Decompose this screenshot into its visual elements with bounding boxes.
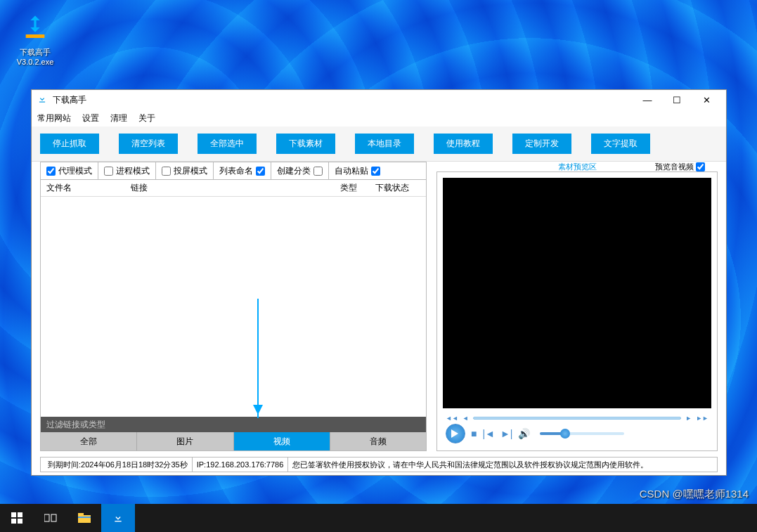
svg-rect-3: [18, 512, 22, 517]
options-row: 代理模式 进程模式 投屏模式 列表命名 创建分类 自动粘贴: [40, 162, 427, 180]
annotation-arrow: [257, 299, 259, 418]
preview-box: ◄◄ ◄ ► ►► ■ |◄ ►| 🔊: [436, 171, 718, 451]
maximize-button[interactable]: ☐: [668, 93, 685, 106]
preview-title: 素材预览区: [436, 162, 718, 172]
play-button[interactable]: [446, 424, 465, 443]
tab-video[interactable]: 视频: [234, 432, 330, 450]
listname-checkbox[interactable]: [256, 167, 265, 176]
titlebar: 下载高手 — ☐ ✕: [32, 90, 726, 110]
th-link[interactable]: 链接: [125, 182, 335, 194]
category-checkbox[interactable]: [313, 167, 323, 176]
rewind-icon[interactable]: ◄◄: [446, 415, 458, 422]
autopaste-label: 自动粘贴: [335, 165, 368, 177]
table-body[interactable]: [41, 197, 426, 417]
svg-rect-8: [78, 515, 91, 523]
stop-icon[interactable]: ■: [471, 428, 477, 439]
download-button[interactable]: 下载素材: [276, 134, 335, 154]
menu-settings[interactable]: 设置: [82, 112, 99, 124]
custom-dev-button[interactable]: 定制开发: [512, 134, 571, 154]
clear-list-button[interactable]: 清空列表: [119, 134, 178, 154]
app-icon: [37, 94, 48, 105]
svg-rect-1: [39, 102, 45, 103]
listname-label: 列表命名: [219, 165, 253, 177]
list-panel: 代理模式 进程模式 投屏模式 列表命名 创建分类 自动粘贴 文件名 链接 类型 …: [40, 162, 427, 451]
step-back-icon[interactable]: ◄: [462, 415, 469, 422]
category-label: 创建分类: [277, 165, 311, 177]
menubar: 常用网站 设置 清理 关于: [32, 110, 726, 126]
autopaste-checkbox[interactable]: [371, 167, 380, 176]
svg-rect-10: [78, 517, 91, 518]
proxy-label: 代理模式: [58, 165, 92, 177]
svg-rect-0: [26, 34, 45, 38]
tab-image[interactable]: 图片: [137, 432, 233, 450]
tab-all[interactable]: 全部: [41, 432, 137, 450]
proxy-checkbox[interactable]: [46, 167, 56, 176]
filter-tabs: 全部 图片 视频 音频: [41, 432, 426, 450]
process-label: 进程模式: [116, 165, 150, 177]
file-table: 文件名 链接 类型 下载状态 全部 图片 视频 音频: [40, 180, 427, 451]
svg-rect-11: [115, 521, 121, 521]
shortcut-label: 下载高手 V3.0.2.exe: [11, 47, 60, 67]
statusbar: 到期时间:2024年06月18日18时32分35秒 IP:192.168.203…: [40, 457, 718, 472]
menu-sites[interactable]: 常用网站: [37, 112, 71, 124]
close-button[interactable]: ✕: [698, 93, 715, 106]
download-app-icon: [18, 11, 52, 44]
expiry-text: 到期时间:2024年06月18日18时32分35秒: [44, 458, 193, 472]
th-filename[interactable]: 文件名: [41, 182, 125, 194]
fastfwd-icon[interactable]: ►►: [696, 415, 709, 422]
next-icon[interactable]: ►|: [500, 428, 513, 439]
task-view-button[interactable]: [34, 504, 67, 532]
svg-rect-2: [11, 512, 16, 517]
window-title: 下载高手: [53, 94, 639, 106]
menu-about[interactable]: 关于: [138, 112, 155, 124]
svg-rect-6: [44, 514, 49, 521]
video-area[interactable]: [443, 178, 711, 408]
prev-icon[interactable]: |◄: [482, 428, 495, 439]
taskbar: [0, 504, 757, 532]
explorer-button[interactable]: [67, 504, 101, 532]
svg-rect-7: [51, 514, 56, 521]
preview-panel: 素材预览区 预览音视频 ◄◄ ◄ ► ►► ■: [436, 162, 718, 451]
svg-rect-5: [18, 519, 22, 524]
menu-clean[interactable]: 清理: [110, 112, 127, 124]
agreement-text: 您已签署软件使用授权协议，请在中华人民共和国法律规定范围以及软件授权协议规定范围…: [288, 458, 714, 472]
tab-audio[interactable]: 音频: [330, 432, 426, 450]
cast-label: 投屏模式: [174, 165, 207, 177]
progress-bar[interactable]: [473, 417, 682, 420]
local-dir-button[interactable]: 本地目录: [355, 134, 414, 154]
tutorial-button[interactable]: 使用教程: [434, 134, 493, 154]
svg-rect-9: [78, 513, 84, 516]
select-all-button[interactable]: 全部选中: [198, 134, 257, 154]
filter-bar: [41, 417, 426, 432]
toolbar: 停止抓取 清空列表 全部选中 下载素材 本地目录 使用教程 定制开发 文字提取: [32, 126, 726, 162]
desktop-shortcut[interactable]: 下载高手 V3.0.2.exe: [11, 11, 60, 67]
svg-rect-4: [11, 519, 16, 524]
th-type[interactable]: 类型: [335, 182, 370, 194]
player-controls: ◄◄ ◄ ► ►► ■ |◄ ►| 🔊: [443, 414, 711, 445]
th-status[interactable]: 下载状态: [370, 182, 426, 194]
ip-text: IP:192.168.203.176:7786: [193, 458, 289, 472]
stop-capture-button[interactable]: 停止抓取: [40, 134, 99, 154]
process-checkbox[interactable]: [104, 167, 113, 176]
table-header: 文件名 链接 类型 下载状态: [41, 180, 426, 197]
cast-checkbox[interactable]: [162, 167, 171, 176]
minimize-button[interactable]: —: [639, 93, 656, 106]
filter-input[interactable]: [46, 420, 420, 429]
volume-slider[interactable]: [540, 432, 624, 435]
text-extract-button[interactable]: 文字提取: [591, 134, 650, 154]
step-fwd-icon[interactable]: ►: [685, 415, 692, 422]
watermark: CSDN @嘿嘿老师1314: [640, 488, 749, 501]
volume-icon[interactable]: 🔊: [518, 428, 530, 439]
app-taskbar-button[interactable]: [101, 504, 135, 532]
start-button[interactable]: [0, 504, 34, 532]
app-window: 下载高手 — ☐ ✕ 常用网站 设置 清理 关于 停止抓取 清空列表 全部选中 …: [31, 89, 727, 476]
